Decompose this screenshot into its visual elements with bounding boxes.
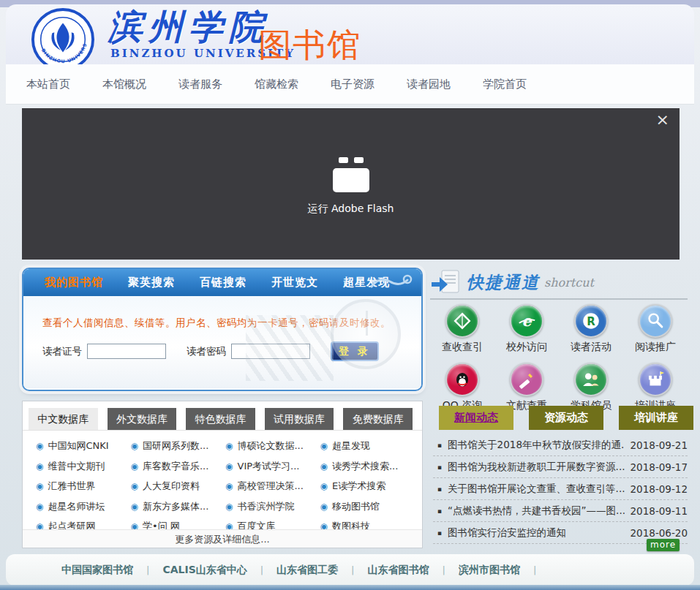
- run-flash-button[interactable]: 运行 Adobe Flash: [22, 108, 680, 260]
- bullet-icon: ▪: [437, 529, 442, 537]
- news-date: 2018-09-12: [631, 483, 688, 495]
- database-grid: ◉中国知网CNKI ◉维普中文期刊 ◉汇雅书世界 ◉超星名师讲坛 ◉起点考研网 …: [23, 431, 422, 540]
- news-item[interactable]: ▪ 图书馆为我校新进教职工开展数字资源... 2018-09-17: [433, 456, 688, 478]
- site-title: 图书馆: [258, 23, 361, 67]
- shortcut-item-1[interactable]: e 校外访问: [506, 304, 547, 354]
- reader-id-input[interactable]: [87, 344, 166, 359]
- database-tab-3[interactable]: 试用数据库: [265, 408, 334, 430]
- news-item[interactable]: ▪ 图书馆关于2018年中秋节放假安排的通... 2018-09-21: [433, 434, 688, 456]
- footer-link-2[interactable]: 山东省图工委: [276, 564, 338, 577]
- nav-item-2[interactable]: 读者服务: [178, 77, 222, 91]
- keyboard-decoration: [246, 315, 334, 381]
- database-tabbar: 中文数据库外文数据库特色数据库试用数据库免费数据库: [23, 401, 422, 431]
- bullet-icon: ◉: [320, 462, 328, 471]
- footer-separator: |: [533, 564, 536, 575]
- footer: 中国国家图书馆 |CALIS山东省中心 |山东省图工委 |山东省图书馆 |滨州市…: [6, 554, 694, 586]
- bullet-icon: ◉: [225, 502, 233, 511]
- database-tab-1[interactable]: 外文数据库: [108, 408, 177, 430]
- database-link[interactable]: ◉书香滨州学院: [225, 500, 320, 513]
- castle-icon: [639, 363, 672, 396]
- shortcut-arrow-doc-icon: [430, 269, 461, 295]
- clock-decoration: [331, 299, 401, 369]
- database-link[interactable]: ◉人大复印资料: [131, 480, 226, 493]
- database-link[interactable]: ◉超星发现: [320, 439, 415, 453]
- nav-item-0[interactable]: 本站首页: [26, 77, 70, 91]
- database-link[interactable]: ◉超星名师讲坛: [36, 500, 131, 513]
- bullet-icon: ▪: [437, 464, 442, 471]
- ie-e-icon: e: [510, 304, 543, 338]
- news-list: ▪ 图书馆关于2018年中秋节放假安排的通... 2018-09-21 ▪ 图书…: [433, 434, 688, 544]
- news-tab-2[interactable]: 培训讲座: [619, 406, 693, 430]
- database-link[interactable]: ◉维普中文期刊: [36, 460, 131, 473]
- bullet-icon: ◉: [36, 442, 43, 450]
- database-link[interactable]: ◉国研网系列数...: [131, 439, 226, 453]
- database-column-3: ◉超星发现 ◉读秀学术搜索... ◉E读学术搜索 ◉移动图书馆 ◉数图科技: [320, 439, 415, 540]
- shortcut-item-2[interactable]: R 读者活动: [571, 304, 611, 354]
- university-logo-icon[interactable]: BINZHOU UNIVERSITY: [31, 7, 95, 72]
- database-panel: 中文数据库外文数据库特色数据库试用数据库免费数据库 ◉中国知网CNKI ◉维普中…: [22, 401, 423, 548]
- news-item[interactable]: ▪ 关于图书馆开展论文查重、查收查引等... 2018-09-12: [433, 478, 688, 500]
- database-link[interactable]: ◉新东方多媒体...: [131, 500, 226, 513]
- nav-item-6[interactable]: 学院首页: [483, 77, 527, 91]
- news-item[interactable]: ▪ “点燃读书热情，共建书香校园”——图... 2018-09-11: [433, 500, 688, 522]
- login-body: 查看个人借阅信息、续借等。用户名、密码均为一卡通号，密码请及时修改。 读者证号 …: [23, 296, 421, 388]
- bullet-icon: ◉: [36, 502, 43, 511]
- flash-banner: × 运行 Adobe Flash: [22, 108, 680, 260]
- database-link[interactable]: ◉博硕论文数据...: [225, 439, 320, 453]
- login-tab-2[interactable]: 百链搜索: [187, 276, 259, 290]
- database-link[interactable]: ◉VIP考试学习...: [225, 460, 320, 473]
- flash-plugin-icon: [333, 152, 369, 192]
- database-tab-0[interactable]: 中文数据库: [29, 408, 98, 430]
- login-tab-3[interactable]: 开世览文: [259, 276, 331, 290]
- news-date: 2018-06-20: [631, 527, 688, 539]
- footer-link-3[interactable]: 山东省图书馆: [368, 564, 429, 577]
- login-tab-0[interactable]: 我的图书馆: [32, 276, 116, 290]
- shortcut-item-5[interactable]: 文献查重: [506, 363, 547, 412]
- shortcut-item-7[interactable]: 培训讲座: [635, 363, 676, 412]
- news-title: 图书馆实行治安监控的通知: [448, 526, 624, 540]
- database-more-link[interactable]: 更多资源及详细信息...: [23, 529, 422, 548]
- footer-link-0[interactable]: 中国国家图书馆: [61, 564, 133, 577]
- shortcut-item-0[interactable]: 查收查引: [442, 304, 483, 354]
- magnifier-icon: [639, 304, 672, 338]
- shortcut-label: 查收查引: [442, 341, 483, 354]
- news-tab-0[interactable]: 新闻动态: [439, 406, 513, 430]
- footer-link-4[interactable]: 滨州市图书馆: [459, 564, 520, 577]
- news-date: 2018-09-17: [631, 461, 688, 473]
- footer-separator: |: [146, 564, 149, 575]
- nav-item-3[interactable]: 馆藏检索: [255, 77, 298, 91]
- nav-item-5[interactable]: 读者园地: [407, 77, 451, 91]
- footer-link-1[interactable]: CALIS山东省中心: [162, 564, 246, 577]
- login-tab-1[interactable]: 聚英搜索: [116, 276, 187, 290]
- news-tabbar: 新闻动态资源动态培训讲座: [439, 406, 700, 430]
- database-tab-4[interactable]: 免费数据库: [343, 408, 413, 430]
- database-link[interactable]: ◉高校管理决策...: [225, 480, 320, 493]
- shortcut-label: 阅读推广: [635, 341, 676, 354]
- login-tabbar: 我的图书馆聚英搜索百链搜索开世览文超星发现: [23, 269, 421, 296]
- news-more-button[interactable]: more: [647, 539, 680, 551]
- people-icon: [574, 363, 608, 396]
- database-column-2: ◉博硕论文数据... ◉VIP考试学习... ◉高校管理决策... ◉书香滨州学…: [225, 439, 320, 540]
- database-link[interactable]: ◉汇雅书世界: [36, 480, 131, 493]
- nav-item-4[interactable]: 电子资源: [331, 77, 375, 91]
- shortcut-item-6[interactable]: 学科馆员: [571, 363, 611, 412]
- bullet-icon: ◉: [225, 442, 233, 450]
- bullet-icon: ▪: [437, 442, 442, 449]
- database-link[interactable]: ◉读秀学术搜索...: [320, 460, 415, 473]
- shortcut-item-4[interactable]: QQ 咨询: [443, 363, 483, 412]
- bullet-icon: ◉: [225, 482, 233, 491]
- database-link[interactable]: ◉移动图书馆: [320, 500, 415, 513]
- database-column-1: ◉国研网系列数... ◉库客数字音乐... ◉人大复印资料 ◉新东方多媒体...…: [131, 439, 226, 540]
- database-link[interactable]: ◉中国知网CNKI: [36, 439, 131, 453]
- bullet-icon: ▪: [437, 507, 442, 515]
- news-tab-1[interactable]: 资源动态: [529, 406, 603, 430]
- database-link[interactable]: ◉库客数字音乐...: [131, 460, 226, 473]
- bullet-icon: ◉: [131, 462, 138, 471]
- database-tab-2[interactable]: 特色数据库: [186, 408, 255, 430]
- reader-password-label: 读者密码: [187, 345, 226, 358]
- nav-item-1[interactable]: 本馆概况: [102, 77, 146, 91]
- database-link[interactable]: ◉E读学术搜索: [320, 480, 415, 493]
- university-name-cn: 滨州学院: [108, 4, 269, 50]
- shortcut-label: 读者活动: [571, 341, 611, 354]
- shortcut-item-3[interactable]: 阅读推广: [635, 304, 676, 354]
